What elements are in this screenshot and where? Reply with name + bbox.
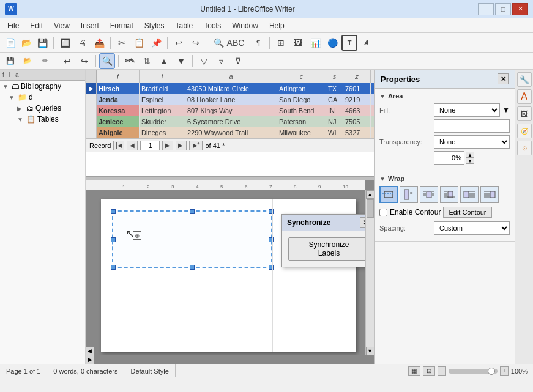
undo-button[interactable]: ↩ xyxy=(171,35,187,51)
next-record-button[interactable]: ▼ xyxy=(173,53,189,69)
minimize-button[interactable]: – xyxy=(478,3,494,15)
filter-standard-button[interactable]: ▿ xyxy=(213,53,229,69)
insert-image-button[interactable]: 🖼 xyxy=(290,35,306,51)
print-button[interactable]: 🖨 xyxy=(74,35,90,51)
save-button[interactable]: 💾 xyxy=(34,35,50,51)
wrap-page-button[interactable]: ≡ xyxy=(400,186,418,203)
spin-up-button[interactable]: ▲ xyxy=(466,152,474,158)
color-box[interactable] xyxy=(434,119,510,133)
wrap-none-button[interactable] xyxy=(379,186,398,203)
nav-new-button[interactable]: ▶* xyxy=(189,141,203,150)
record-input[interactable] xyxy=(140,141,160,150)
frame-handle-bm[interactable] xyxy=(190,265,195,270)
scroll-thumb[interactable] xyxy=(367,199,374,218)
menu-tools[interactable]: Tools xyxy=(199,20,226,31)
h-scroll-left[interactable]: ◀ xyxy=(86,347,94,355)
nav-last-button[interactable]: ▶| xyxy=(176,141,187,150)
doc-vertical-scrollbar[interactable]: ▲ ▼ xyxy=(365,190,374,355)
undo2-button[interactable]: ↩ xyxy=(59,53,75,69)
frame-handle-tm[interactable] xyxy=(190,209,195,214)
redo-button[interactable]: ↪ xyxy=(188,35,204,51)
doc-horizontal-scrollbar[interactable]: ◀ ▶ xyxy=(86,347,365,364)
db-header-c[interactable]: c xyxy=(277,70,326,83)
redo2-button[interactable]: ↪ xyxy=(76,53,92,69)
sidebar-item-queries[interactable]: ▶ 🗂 Queries xyxy=(0,103,85,114)
db-row-4[interactable]: Jeniece Skudder 6 Sycamore Drive Paterso… xyxy=(86,116,374,127)
menu-insert[interactable]: Insert xyxy=(76,20,104,31)
field-shading-button[interactable]: ⇅ xyxy=(139,53,155,69)
db-row-5[interactable]: Abigale Dineges 2290 Waywood Trail Milwa… xyxy=(86,127,374,138)
find-button[interactable]: 🔍 xyxy=(211,35,226,51)
sync-labels-button[interactable]: Synchronize Labels xyxy=(288,237,370,261)
scroll-up-arrow[interactable]: ▲ xyxy=(366,190,375,199)
paste-button[interactable]: 📌 xyxy=(148,35,164,51)
filter-button[interactable]: ⊽ xyxy=(230,53,246,69)
db-row-2[interactable]: Jenda Espinel 08 Hooker Lane San Diego C… xyxy=(86,94,374,105)
nav-first-button[interactable]: |◀ xyxy=(113,141,124,150)
format-styles-button[interactable]: ¶ xyxy=(250,35,266,51)
db-header-f[interactable]: f xyxy=(97,70,140,83)
frame-handle-tl[interactable] xyxy=(111,209,116,214)
wrap-left-button[interactable] xyxy=(460,186,479,203)
spin-down-button[interactable]: ▼ xyxy=(466,158,474,164)
copy-button[interactable]: 📋 xyxy=(131,35,147,51)
insert-draw-button[interactable]: 🔵 xyxy=(324,35,340,51)
db-row-3[interactable]: Koressa Lettington 807 Kings Way South B… xyxy=(86,105,374,116)
maximize-button[interactable]: □ xyxy=(495,3,511,15)
open-button[interactable]: 📂 xyxy=(18,35,34,51)
db-header-a[interactable]: a xyxy=(185,70,277,83)
spacing-select[interactable]: Custom 0.00" xyxy=(434,221,510,235)
menu-view[interactable]: View xyxy=(49,20,75,31)
new-button[interactable]: 📄 xyxy=(2,35,18,51)
spellcheck-button[interactable]: ABC xyxy=(228,35,244,51)
fontwork-button[interactable]: A xyxy=(359,35,375,51)
export-button[interactable]: 📤 xyxy=(91,35,107,51)
frame-handle-bl[interactable] xyxy=(111,265,116,270)
nav-next-button[interactable]: ▶ xyxy=(162,141,173,150)
close-button[interactable]: ✕ xyxy=(512,3,528,15)
navigator-icon-button[interactable]: 🧭 xyxy=(517,124,532,138)
menu-format[interactable]: Format xyxy=(105,20,138,31)
wrap-right-button[interactable] xyxy=(480,186,499,203)
prev-record-button[interactable]: ▲ xyxy=(156,53,172,69)
insert-chart-button[interactable]: 📊 xyxy=(307,35,323,51)
mail-merge-button[interactable]: ✉✎ xyxy=(122,53,138,69)
area-section-header[interactable]: ▼ Area xyxy=(379,92,510,100)
menu-window[interactable]: Window xyxy=(227,20,263,31)
filter-auto-button[interactable]: ▽ xyxy=(196,53,212,69)
db-row-1[interactable]: ▶ Hirsch Bradfield 43050 Mallard Circle … xyxy=(86,83,374,94)
zoom-slider[interactable] xyxy=(449,369,498,374)
edit-contour-button[interactable]: Edit Contour xyxy=(443,207,491,218)
db-header-z[interactable]: z xyxy=(343,70,371,83)
frame-handle-ml[interactable] xyxy=(111,237,116,242)
styles-load-button[interactable]: 📂 xyxy=(20,53,35,69)
enable-contour-checkbox[interactable] xyxy=(379,209,387,216)
print-preview-button[interactable]: 🔲 xyxy=(57,35,73,51)
menu-table[interactable]: Table xyxy=(171,20,198,31)
fill-select[interactable]: None Color Gradient Hatching Bitmap xyxy=(434,103,500,117)
label-frame[interactable]: ↖ ⊕ xyxy=(112,210,272,268)
wrap-dynamic-button[interactable] xyxy=(440,186,458,203)
scroll-track[interactable] xyxy=(366,199,374,347)
sidebar-item-bibliography[interactable]: ▼ 🗃 Bibliography xyxy=(0,81,85,92)
textbox-button[interactable]: T xyxy=(341,35,357,51)
functions-icon-button[interactable]: ⊙ xyxy=(517,141,532,155)
zoom-in-button[interactable]: + xyxy=(500,366,509,376)
h-scroll-right[interactable]: ▶ xyxy=(86,355,94,364)
layout1-button[interactable]: ▦ xyxy=(408,366,420,376)
cut-button[interactable]: ✂ xyxy=(114,35,130,51)
db-header-l[interactable]: l xyxy=(140,70,185,83)
sidebar-item-tables[interactable]: ▼ 📋 Tables xyxy=(0,114,85,125)
properties-icon-button[interactable]: 🔧 xyxy=(517,72,532,87)
menu-file[interactable]: File xyxy=(2,20,24,31)
layout2-button[interactable]: ⊡ xyxy=(423,366,435,376)
zoom-thumb[interactable] xyxy=(488,368,495,375)
wrap-parallel-button[interactable] xyxy=(420,186,438,203)
nav-prev-button[interactable]: ◀ xyxy=(127,141,138,150)
transparency-select[interactable]: None Transparency Gradient xyxy=(434,135,510,149)
styles-save-button[interactable]: 💾 xyxy=(2,53,18,69)
styles-icon-button[interactable]: A xyxy=(517,89,532,104)
zoom-out-button[interactable]: − xyxy=(438,366,446,376)
gallery-icon-button[interactable]: 🖼 xyxy=(517,106,532,121)
menu-styles[interactable]: Styles xyxy=(140,20,170,31)
